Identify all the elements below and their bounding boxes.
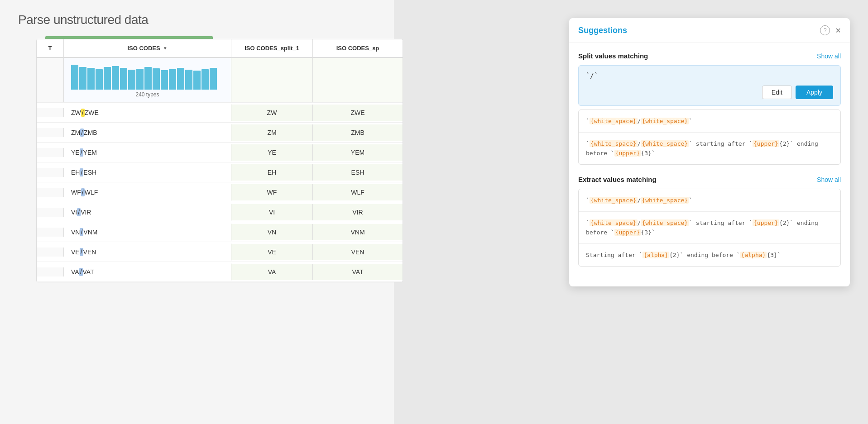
cell-split1: EH [231, 164, 313, 181]
highlight-slash: / [79, 268, 83, 276]
iso-prefix: ZW [71, 109, 81, 116]
split-pattern-item-2[interactable]: `{white_space}/{white_space}` starting a… [579, 133, 840, 164]
table-row: WF/WLF WF WLF [37, 182, 403, 202]
bar-7 [120, 68, 127, 90]
bar-5 [104, 67, 111, 90]
cell-split2: WLF [313, 184, 403, 200]
cell-iso: EH/ESH [64, 164, 231, 181]
histogram-row: 240 types [37, 58, 403, 103]
cell-t [37, 188, 64, 197]
extract-section-title: Extract values matching [578, 176, 657, 183]
table-header: T ISO CODES ▼ ISO CODES_split_1 ISO CODE… [37, 39, 403, 58]
table-row: ZM/ZMB ZM ZMB [37, 123, 403, 143]
close-icon[interactable]: × [835, 26, 841, 35]
dropdown-arrow-icon[interactable]: ▼ [163, 46, 168, 51]
cell-t [37, 168, 64, 177]
iso-suffix: WLF [85, 189, 98, 196]
cell-split2: ZWE [313, 105, 403, 121]
cell-split2: ZMB [313, 124, 403, 141]
bar-6 [112, 66, 119, 90]
bar-1 [71, 65, 78, 90]
hist-split1 [231, 58, 313, 102]
split-pattern-item-1[interactable]: `{white_space}/{white_space}` [579, 110, 840, 133]
col-header-t: T [37, 39, 64, 57]
iso-suffix: VAT [83, 268, 94, 276]
highlight-slash: / [80, 228, 83, 236]
cell-t [37, 267, 64, 276]
cell-t [37, 108, 64, 117]
cell-split2: YEM [313, 144, 403, 161]
cell-split2: VIR [313, 204, 403, 220]
table-row: VN/VNM VN VNM [37, 222, 403, 242]
iso-suffix: ZWE [85, 109, 99, 116]
cell-split1: VN [231, 224, 313, 240]
extract-pattern-list: `{white_space}/{white_space}` `{white_sp… [578, 189, 841, 267]
cell-iso: VI/VIR [64, 204, 231, 221]
table-row: ZW/ZWE ZW ZWE [37, 103, 403, 123]
suggestions-panel: Suggestions ? × Split values matching Sh… [569, 18, 850, 286]
panel-header: Suggestions ? × [569, 18, 850, 43]
cell-t [37, 208, 64, 217]
bar-8 [128, 70, 135, 90]
split-section: Split values matching Show all `/` Edit … [578, 52, 841, 165]
main-area: Parse unstructured data T ISO CODES ▼ IS… [0, 0, 394, 424]
cell-t [37, 228, 64, 237]
cell-split1: VE [231, 244, 313, 260]
iso-suffix: VIR [81, 209, 91, 216]
iso-prefix: ZM [71, 129, 80, 136]
split-pattern-list: `{white_space}/{white_space}` `{white_sp… [578, 110, 841, 165]
cell-t [37, 248, 64, 257]
bar-16 [193, 71, 201, 90]
iso-suffix: YEM [83, 149, 97, 156]
cell-iso: VA/VAT [64, 263, 231, 281]
extract-pattern-item-2[interactable]: `{white_space}/{white_space}` starting a… [579, 212, 840, 244]
bar-12 [161, 70, 168, 90]
table-row: YE/YEM YE YEM [37, 143, 403, 162]
bar-15 [185, 70, 192, 90]
iso-prefix: WF [71, 189, 81, 196]
cell-split1: ZM [231, 124, 313, 141]
col-header-iso: ISO CODES ▼ [64, 39, 231, 57]
cell-split1: WF [231, 184, 313, 200]
highlight-slash: / [80, 248, 83, 256]
bar-14 [177, 68, 184, 90]
panel-title: Suggestions [578, 26, 627, 35]
split-show-all-link[interactable]: Show all [817, 52, 841, 60]
table-row: VI/VIR VI VIR [37, 202, 403, 222]
cell-iso: ZM/ZMB [64, 124, 231, 141]
panel-header-actions: ? × [820, 25, 841, 35]
cell-split2: VEN [313, 244, 403, 260]
panel-body: Split values matching Show all `/` Edit … [569, 43, 850, 286]
cell-split1: YE [231, 144, 313, 161]
iso-suffix: ZMB [84, 129, 97, 136]
table-row: VE/VEN VE VEN [37, 242, 403, 262]
help-icon[interactable]: ? [820, 25, 830, 35]
cell-split2: VNM [313, 224, 403, 240]
extract-pattern-item-3[interactable]: Starting after `{alpha}{2}` ending befor… [579, 244, 840, 266]
iso-prefix: YE [71, 149, 80, 156]
bar-13 [169, 69, 176, 90]
extract-section-header: Extract values matching Show all [578, 176, 841, 183]
bar-4 [96, 69, 103, 90]
page-title: Parse unstructured data [0, 0, 394, 36]
cell-t [37, 148, 64, 157]
apply-button[interactable]: Apply [796, 86, 833, 99]
iso-prefix: VN [71, 229, 80, 236]
split-highlighted-pattern-card: `/` Edit Apply [578, 65, 841, 106]
split-section-header: Split values matching Show all [578, 52, 841, 60]
histogram-label: 240 types [71, 91, 224, 100]
iso-prefix: VE [71, 248, 80, 256]
bar-3 [87, 68, 95, 90]
cell-iso: WF/WLF [64, 184, 231, 201]
highlight-slash: / [81, 109, 85, 117]
cell-t [37, 128, 64, 137]
edit-button[interactable]: Edit [762, 86, 792, 99]
extract-show-all-link[interactable]: Show all [817, 176, 841, 183]
bar-18 [210, 68, 217, 90]
extract-pattern-item-1[interactable]: `{white_space}/{white_space}` [579, 189, 840, 212]
iso-suffix: VNM [83, 229, 97, 236]
bar-9 [136, 69, 144, 90]
bar-17 [201, 69, 209, 90]
highlight-slash: / [81, 188, 85, 196]
table-row: EH/ESH EH ESH [37, 162, 403, 182]
